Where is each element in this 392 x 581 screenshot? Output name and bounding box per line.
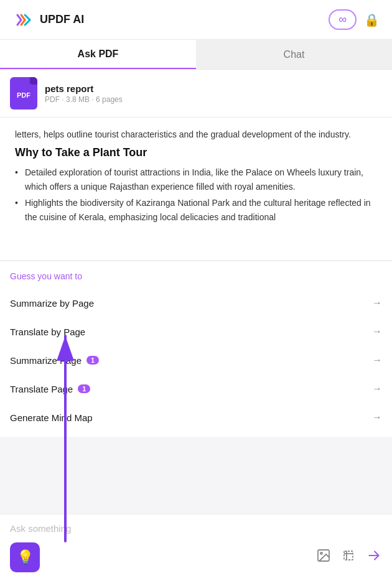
infinity-button[interactable]: ∞ (329, 9, 357, 30)
tab-ask-pdf[interactable]: Ask PDF (0, 40, 196, 69)
suggestion-badge-3: 1 (78, 384, 90, 393)
crop-button[interactable] (341, 548, 356, 567)
send-button[interactable] (366, 547, 382, 567)
suggestion-label-0: Summarize by Page (10, 298, 94, 309)
file-name: pets report (45, 83, 123, 94)
suggestions-panel: Guess you want to Summarize by Page → Tr… (0, 261, 392, 437)
suggestion-arrow-2: → (372, 355, 382, 366)
suggestion-label-1: Translate by Page (10, 327, 85, 337)
suggestion-label-3: Translate Page (10, 384, 73, 394)
bottom-bar: Ask something 💡 (0, 514, 392, 581)
svg-point-2 (320, 552, 322, 554)
suggestion-label-row-4: Generate Mind Map (10, 412, 93, 423)
infinity-icon: ∞ (338, 13, 347, 26)
suggestion-label-row-1: Translate by Page (10, 327, 85, 337)
app-title: UPDF AI (40, 13, 84, 26)
suggestions-title: Guess you want to (0, 271, 392, 281)
content-intro: letters, helps outline tourist character… (15, 128, 377, 141)
crop-icon (341, 548, 356, 563)
tabs-bar: Ask PDF Chat (0, 40, 392, 70)
lightbulb-button[interactable]: 💡 (10, 542, 40, 572)
image-button[interactable] (316, 548, 331, 567)
ask-input-placeholder[interactable]: Ask something (10, 521, 382, 536)
pdf-type-label: PDF (17, 91, 30, 99)
content-heading: Why to Take a Plant Tour (15, 146, 377, 159)
suggestion-arrow-0: → (372, 297, 382, 309)
suggestion-label-2: Summarize Page (10, 355, 82, 366)
right-actions (316, 547, 382, 567)
lightbulb-icon: 💡 (17, 549, 34, 565)
lock-button[interactable]: 🔒 (364, 12, 380, 27)
header-actions: ∞ 🔒 (329, 9, 380, 30)
suggestion-item-2[interactable]: Summarize Page 1 → (0, 346, 392, 374)
file-info: pets report PDF · 3.8 MB · 6 pages (45, 83, 123, 104)
suggestion-label-row-0: Summarize by Page (10, 298, 94, 309)
logo-area: UPDF AI (12, 9, 84, 31)
suggestion-item-0[interactable]: Summarize by Page → (0, 289, 392, 317)
svg-rect-3 (344, 551, 353, 560)
suggestion-item-4[interactable]: Generate Mind Map → (0, 403, 392, 432)
file-meta: PDF · 3.8 MB · 6 pages (45, 95, 123, 104)
svg-rect-0 (12, 9, 35, 31)
suggestion-label-4: Generate Mind Map (10, 412, 93, 423)
bullet-item-2: Highlights the biodiversity of Kaziranga… (15, 196, 377, 224)
content-area: letters, helps outline tourist character… (0, 118, 392, 261)
bottom-actions: 💡 (10, 542, 382, 572)
bullet-item-1: Detailed exploration of tourist attracti… (15, 165, 377, 193)
pdf-file-icon: PDF (10, 77, 37, 109)
lock-icon: 🔒 (364, 13, 380, 27)
content-bullets: Detailed exploration of tourist attracti… (15, 165, 377, 224)
file-bar: PDF pets report PDF · 3.8 MB · 6 pages (0, 70, 392, 118)
suggestion-badge-2: 1 (86, 356, 99, 365)
updf-logo-icon (12, 9, 35, 31)
header: UPDF AI ∞ 🔒 (0, 0, 392, 40)
suggestion-label-row-2: Summarize Page 1 (10, 355, 99, 366)
send-icon (366, 547, 382, 564)
image-icon (316, 548, 331, 563)
suggestion-label-row-3: Translate Page 1 (10, 384, 90, 394)
suggestion-item-1[interactable]: Translate by Page → (0, 317, 392, 346)
suggestion-arrow-1: → (372, 326, 382, 337)
suggestion-item-3[interactable]: Translate Page 1 → (0, 374, 392, 403)
suggestion-arrow-4: → (372, 412, 382, 423)
tab-chat[interactable]: Chat (196, 40, 392, 69)
suggestion-arrow-3: → (372, 383, 382, 394)
